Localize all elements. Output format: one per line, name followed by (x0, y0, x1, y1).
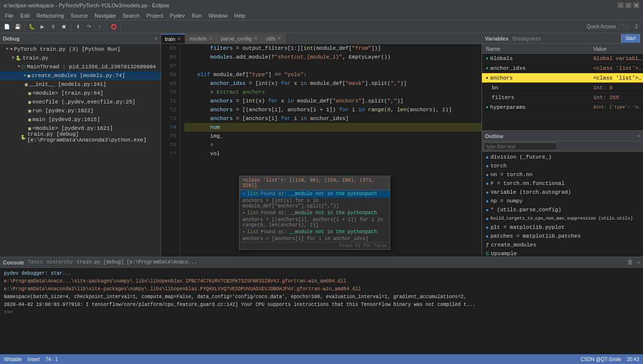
menu-file[interactable]: File (2, 12, 17, 20)
menu-project[interactable]: Project (143, 12, 166, 20)
debug-button[interactable]: 🐛 (27, 22, 37, 32)
outline-close[interactable]: ✕ (637, 133, 640, 139)
outline-np-label: np = numpy (490, 198, 522, 204)
tab-utils-close[interactable]: ✕ (277, 36, 281, 41)
vars-value-filters: int: 255 (589, 95, 643, 101)
menu-navigate[interactable]: Navigate (92, 12, 119, 20)
vars-row-anchors[interactable]: ● anchors <class 'list'>: [(116, 90), (1… (482, 73, 643, 83)
console-tab-tasks[interactable]: Tasks (28, 260, 42, 265)
tree-item-stack-1[interactable]: ▦ __init__ [models.py:241] (0, 80, 161, 89)
save-button[interactable]: 💾 (13, 22, 22, 32)
outline-item-variable[interactable]: ◆ Variable (torch.autograd) (482, 188, 643, 197)
menu-refactoring[interactable]: Refactoring (34, 12, 67, 20)
console-input[interactable] (15, 310, 639, 315)
suspend-button[interactable]: ⏸ (48, 22, 58, 32)
step-over-button[interactable]: ↷ (84, 22, 94, 32)
minimize-button[interactable]: ─ (618, 2, 623, 8)
tree-item-stack-3[interactable]: ▦ execfile (_pydev_execfile.py:25] (0, 98, 161, 106)
vars-row-globals[interactable]: ● Globals Global variables (482, 54, 643, 63)
breakpoint-button[interactable]: ⭕ (109, 22, 119, 32)
code-line-74: num (184, 123, 482, 132)
code-editor[interactable]: 65 66 67 68 69 70 71 72 73 74 75 76 77 f… (161, 44, 482, 257)
maximize-button[interactable]: □ (625, 2, 631, 8)
step-into-button[interactable]: ⬇ (73, 22, 83, 32)
new-button[interactable]: 📄 (2, 22, 12, 32)
tab-utils[interactable]: utils ✕ (262, 34, 286, 43)
vars-row-bn[interactable]: bn int: 0 (482, 83, 643, 93)
console-line-5: 2020-04-02 19:00:03.977910: I tensorflow… (4, 301, 639, 309)
tab-models-close[interactable]: ✕ (209, 36, 213, 41)
perspective-debug[interactable]: ⬛ (621, 22, 630, 32)
outline-item-create-modules[interactable]: ƒ create_modules (482, 241, 643, 249)
menu-run[interactable]: Run (189, 12, 204, 20)
autocomplete-popup[interactable]: <class 'list'>: [(116, 90), (156, 198), … (239, 176, 390, 250)
outline-item-nn[interactable]: ◆ nn = torch.nn (482, 170, 643, 179)
outline-filter-input[interactable] (484, 142, 557, 150)
code-line-73: anchors = [anchors[i] for i in anchor_id… (184, 114, 482, 123)
tab-utils-label: utils (266, 36, 276, 41)
console-clear-button[interactable]: 🗑 (627, 259, 633, 266)
stack-label-4: run [pydev.py:1022] (32, 108, 93, 114)
tree-item-stack-4[interactable]: ▦ run [pydev.py:1022] (0, 106, 161, 115)
anchor-idxs-expand-icon: ● (486, 66, 488, 70)
outline-item-division[interactable]: ◆ division (_future_) (482, 153, 643, 162)
stack-label-5: main [pydevd.py:1615] (32, 117, 100, 122)
code-line-75: img_ (184, 132, 482, 141)
debug-panel-close[interactable]: ✕ (154, 35, 158, 41)
stack-label-6: <module> [pydevd.py:1621] (32, 125, 113, 131)
outline-item-build-targets[interactable]: ◆ build_targets_to_cpu,non_max_suppressi… (482, 214, 643, 223)
tree-item-stack-5[interactable]: ▦ main [pydevd.py:1615] (0, 115, 161, 124)
toolbar-separator-4 (121, 23, 121, 31)
tree-item-stack-2[interactable]: ▦ <module> [train.py:64] (0, 89, 161, 98)
console-close-button[interactable]: ✕ (637, 260, 640, 265)
menu-edit[interactable]: Edit (18, 12, 33, 20)
vars-row-hyperparams[interactable]: ● hyperparams dict: {'type': 'net', 'bat… (482, 102, 643, 112)
console-tab-hierarchy[interactable]: Hierarchy (46, 260, 73, 265)
menu-help[interactable]: Help (231, 12, 248, 20)
tree-item-file[interactable]: ▼ 🐍 train.py (0, 54, 161, 62)
outline-create-modules-icon: ƒ (486, 242, 489, 248)
start-button[interactable]: Start (621, 34, 640, 42)
autocomplete-item-1[interactable]: ▪ list Found at: __module not in the pyt… (240, 209, 390, 217)
step-return-button[interactable]: ↑ (95, 22, 104, 32)
outline-panel-title: Outline (485, 133, 503, 139)
right-panel: Variables Breakpoints Start Name Value ●… (482, 33, 643, 257)
tab-parse-config[interactable]: parse_config ✕ (217, 34, 262, 43)
tab-train-close[interactable]: ✕ (177, 37, 181, 41)
tab-models[interactable]: models ✕ (185, 34, 217, 43)
console-line-2: e:\ProgramData\Anaconda3\lib\site-packag… (4, 285, 639, 293)
perspective-java[interactable]: J (631, 22, 641, 32)
menu-window[interactable]: Window (205, 12, 230, 20)
outline-division-icon: ◆ (486, 155, 488, 160)
vars-row-anchor-idxs[interactable]: ● anchor_idxs <class 'list'>: [6, 7, 8] (482, 63, 643, 73)
line-num-66: 66 (165, 53, 176, 61)
close-button[interactable]: ✕ (633, 2, 639, 8)
outline-item-utils-parse[interactable]: ◆ * (utils.parse_config) (482, 205, 643, 214)
tab-parse-config-close[interactable]: ✕ (254, 36, 258, 41)
autocomplete-label-2: list (247, 229, 259, 235)
tree-item-stack-0[interactable]: ● ▦ create_modules [models.py:74] (0, 71, 161, 80)
vars-value-anchor-idxs: <class 'list'>: [6, 7, 8] (589, 65, 643, 71)
outline-item-np[interactable]: ◆ np = numpy (482, 197, 643, 205)
outline-item-upsample[interactable]: C Upsample (482, 249, 643, 257)
menu-pydev[interactable]: Pydev (167, 12, 188, 20)
stop-button[interactable]: ⏹ (59, 22, 69, 32)
resume-button[interactable]: ▶ (38, 22, 47, 32)
tree-item-thread[interactable]: ▼ ⬡ MainThread : pid_11356_id_2387013260… (0, 62, 161, 71)
menu-source[interactable]: Source (68, 12, 91, 20)
autocomplete-item-2[interactable]: ▪ list Found at: __module not in the pyt… (240, 228, 390, 236)
outline-variable-label: Variable (torch.autograd) (490, 189, 571, 195)
outline-item-torch[interactable]: ◆ torch (482, 162, 643, 170)
outline-item-plt[interactable]: ◆ plt = matplotlib.pyplot (482, 223, 643, 232)
menu-search[interactable]: Search (120, 12, 142, 20)
line-num-76: 76 (165, 141, 176, 149)
bn-label: bn (492, 85, 498, 91)
tree-item-process[interactable]: ▼ ● PyTorch train.py (3) [Python Run] (0, 45, 161, 54)
tab-train[interactable]: train ✕ (161, 34, 185, 43)
outline-item-F[interactable]: ◆ F = torch.nn.functional (482, 179, 643, 188)
tree-item-debug-file[interactable]: 🐍 train.py [debug] [e:\ProgramData\Anaco… (0, 133, 161, 142)
autocomplete-item-0[interactable]: ▪ list Found at: __module not in the pyt… (240, 190, 390, 198)
hyperparams-label: hyperparams (490, 104, 526, 110)
outline-item-patches[interactable]: ◆ patches = matplotlib.patches (482, 232, 643, 241)
vars-row-filters[interactable]: filters int: 255 (482, 93, 643, 102)
